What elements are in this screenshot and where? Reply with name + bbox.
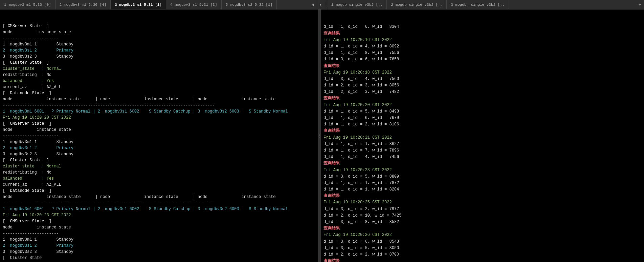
- terminal-line: [ Datanode State ]: [3, 90, 315, 96]
- terminal-line: 查询结果: [324, 160, 641, 167]
- terminal-line: 查询结果: [324, 193, 641, 199]
- terminal-line: 查询结果: [324, 258, 641, 262]
- terminal-line: 查询结果: [324, 128, 641, 134]
- terminal-line: 1 mogdbv3m1 1 Standby: [3, 237, 315, 243]
- terminal-line: 1 mogdbv3m1 1 Standby: [3, 139, 315, 145]
- terminal-line: ----------------------------------------…: [3, 200, 315, 206]
- terminal-line: node instance state: [3, 29, 315, 35]
- right-terminal-panel[interactable]: d_id = 1, o_id = 6, w_id = 8304查询结果Fri A…: [321, 9, 644, 262]
- terminal-line: 查询结果: [324, 31, 641, 37]
- tab-right-2[interactable]: 2 mogdb_single_v3b2 [..: [387, 0, 447, 9]
- left-terminal-panel[interactable]: [ CMServer State ]node instance state---…: [0, 9, 318, 262]
- terminal-line: [ Cluster State ]: [3, 60, 315, 66]
- tab-right-3[interactable]: 3 mogdb__single_v3b2 [..: [447, 0, 509, 9]
- terminal-line: node instance state | node instance stat…: [3, 96, 315, 102]
- terminal-line: d_id = 2, o_id = 3, w_id = 8056: [324, 82, 641, 89]
- right-content-wrapper: d_id = 1, o_id = 6, w_id = 8304查询结果Fri A…: [321, 9, 644, 262]
- terminal-line: Fri Aug 19 10:20:25 CST 2022: [324, 199, 641, 206]
- left-tab-group: 1 mogdbv3_m1_5.30 [0]2 mogdbv3_m1_5.30 […: [0, 0, 309, 9]
- terminal-line: redistributing : No: [3, 72, 315, 78]
- terminal-line: d_id = 3, o_id = 4, w_id = 7560: [324, 76, 641, 82]
- terminal-line: d_id = 2, o_id = 2, w_id = 8700: [324, 251, 641, 258]
- panel-divider[interactable]: [318, 9, 321, 262]
- terminal-line: 2 mogdbv3s1 2 Primary: [3, 145, 315, 151]
- terminal-line: -----------------------: [3, 133, 315, 139]
- tab-left-3[interactable]: 3 mogdbv3_s1_5.31 [1]: [111, 0, 166, 9]
- terminal-line: cluster_state : Normal: [3, 66, 315, 72]
- terminal-line: d_id = 1, o_id = 2, w_id = 8106: [324, 121, 641, 128]
- terminal-line: Fri Aug 19 10:20:21 CST 2022: [324, 135, 641, 141]
- tab-left-5[interactable]: 5 mogdbv3_s2_5.32 [1]: [222, 0, 277, 9]
- terminal-line: [ Datanode State ]: [3, 188, 315, 194]
- tab-add-button[interactable]: +: [636, 0, 644, 9]
- terminal-line: d_id = 1, o_id = 8, w_id = 7556: [324, 50, 641, 56]
- terminal-line: 查询结果: [324, 95, 641, 102]
- terminal-line: 查询结果: [324, 63, 641, 69]
- terminal-line: d_id = 2, o_id = 3, w_id = 7482: [324, 89, 641, 95]
- terminal-line: [ CMServer State ]: [3, 218, 315, 224]
- terminal-line: d_id = 1, o_id = 4, w_id = 8092: [324, 43, 641, 50]
- terminal-line: d_id = 1, o_id = 1, w_id = 8204: [324, 186, 641, 193]
- terminal-line: d_id = 1, o_id = 4, w_id = 7456: [324, 154, 641, 160]
- terminal-line: ----------------------------------------…: [3, 102, 315, 108]
- terminal-line: current_az : AZ_ALL: [3, 84, 315, 90]
- terminal-line: 3 mogdbv3s2 3 Standby: [3, 151, 315, 157]
- terminal-line: -----------------------: [3, 230, 315, 237]
- terminal-line: 查询结果: [324, 225, 641, 232]
- terminal-line: [ CMServer State ]: [3, 23, 315, 29]
- terminal-line: 1 mogdbv3m1 1 Standby: [3, 41, 315, 47]
- terminal-line: Fri Aug 19 10:20:23 CST 2022: [324, 167, 641, 174]
- tab-left-1[interactable]: 1 mogdbv3_m1_5.30 [0]: [0, 0, 55, 9]
- terminal-line: node instance state: [3, 127, 315, 133]
- terminal-line: d_id = 3, o_id = 8, w_id = 8582: [324, 219, 641, 225]
- terminal-line: 2 mogdbv3s1 2 Primary: [3, 243, 315, 249]
- terminal-line: d_id = 1, o_id = 1, w_id = 7872: [324, 180, 641, 186]
- terminal-line: d_id = 1, o_id = 5, w_id = 8498: [324, 108, 641, 115]
- terminal-line: Fri Aug 19 10:20:20 CST 2022: [324, 102, 641, 108]
- tab-right-1[interactable]: 1 mogdb_single_v3b2 [..: [327, 0, 387, 9]
- terminal-line: 2 mogdbv3s1 2 Primary: [3, 47, 315, 54]
- tab-left-4[interactable]: 4 mogdbv3_s1_5.31 [3]: [166, 0, 222, 9]
- terminal-line: Fri Aug 19 10:20:23 CST 2022: [3, 212, 315, 218]
- terminal-line: d_id = 2, o_id = 10, w_id = 7425: [324, 213, 641, 219]
- terminal-line: node instance state: [3, 224, 315, 230]
- terminal-line: Fri Aug 19 10:20:26 CST 2022: [324, 232, 641, 238]
- terminal-line: d_id = 1, o_id = 6, w_id = 7679: [324, 115, 641, 121]
- terminal-line: 1 mogdbv3m1 6001 P Primary Normal | 2 mo…: [3, 206, 315, 212]
- terminal-line: d_id = 1, o_id = 7, w_id = 7896: [324, 147, 641, 154]
- terminal-line: Fri Aug 19 10:20:18 CST 2022: [324, 69, 641, 76]
- tab-nav-prev[interactable]: ◀: [309, 0, 317, 9]
- terminal-line: node instance state | node instance stat…: [3, 194, 315, 200]
- terminal-line: [ CMServer State ]: [3, 121, 315, 127]
- terminal-line: d_id = 3, o_id = 2, w_id = 7977: [324, 206, 641, 213]
- terminal-line: cluster_state : Normal: [3, 163, 315, 169]
- terminal-line: d_id = 3, o_id = 6, w_id = 8543: [324, 239, 641, 245]
- terminal-line: 3 mogdbv3s2 3 Standby: [3, 249, 315, 255]
- tab-nav-next[interactable]: ▶: [317, 0, 325, 9]
- terminal-line: 1 mogdbv3m1 6001 P Primary Normal | 2 mo…: [3, 108, 315, 115]
- terminal-line: redistributing : No: [3, 169, 315, 176]
- terminal-line: [ Cluster State ]: [3, 157, 315, 163]
- terminal-line: 3 mogdbv3s2 3 Standby: [3, 54, 315, 60]
- terminal-line: d_id = 3, o_id = 5, w_id = 8050: [324, 245, 641, 251]
- terminal-line: current_az : AZ_ALL: [3, 182, 315, 188]
- terminal-line: balanced : Yes: [3, 176, 315, 182]
- terminal-line: d_id = 1, o_id = 1, w_id = 8627: [324, 141, 641, 147]
- terminal-line: balanced : Yes: [3, 78, 315, 84]
- right-tab-group: 1 mogdb_single_v3b2 [.. 2 mogdb_single_v…: [327, 0, 636, 9]
- terminal-line: Fri Aug 19 10:20:16 CST 2022: [324, 37, 641, 43]
- terminal-line: Fri Aug 19 10:20:20 CST 2022: [3, 115, 315, 121]
- terminal-line: -----------------------: [3, 35, 315, 41]
- terminal-line: d_id = 3, o_id = 6, w_id = 7658: [324, 56, 641, 63]
- tab-bar-top: 1 mogdbv3_m1_5.30 [0]2 mogdbv3_m1_5.30 […: [0, 0, 644, 9]
- terminal-line: [ Cluster State: [3, 255, 315, 261]
- tab-left-2[interactable]: 2 mogdbv3_m1_5.30 [4]: [55, 0, 111, 9]
- terminal-line: d_id = 3, o_id = 5, w_id = 8809: [324, 174, 641, 180]
- main-area: [ CMServer State ]node instance state---…: [0, 9, 644, 262]
- terminal-line: d_id = 1, o_id = 6, w_id = 8304: [324, 24, 641, 30]
